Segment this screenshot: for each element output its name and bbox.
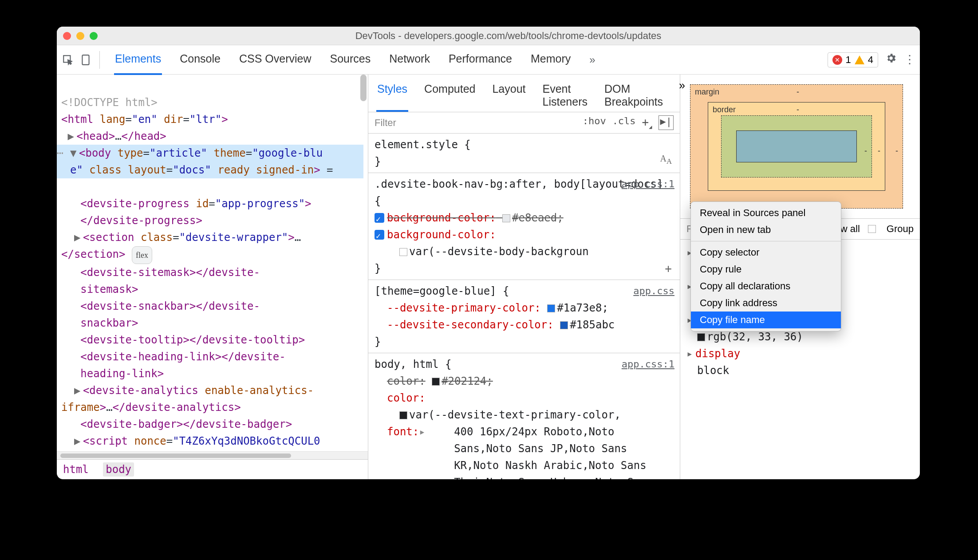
computed-prop[interactable]: ▸displayblock [686,345,914,379]
checkbox-icon[interactable] [375,230,384,240]
scrollbar-thumb[interactable] [360,75,367,101]
crumb-body[interactable]: body [103,462,134,477]
tab-elements[interactable]: Elements [114,44,162,75]
main-tabs: Elements Console CSS Overview Sources Ne… [114,44,572,75]
ctx-copy-declarations[interactable]: Copy all declarations [691,278,841,295]
box-model[interactable]: margin - - - border - - - [680,75,920,218]
group-checkbox[interactable] [868,225,876,233]
device-icon[interactable] [79,53,92,67]
flex-badge[interactable]: flex [132,246,152,264]
ctx-reveal-sources[interactable]: Reveal in Sources panel [691,205,841,221]
tab-styles[interactable]: Styles [376,79,408,112]
error-icon: ✕ [832,55,842,65]
ctx-copy-link[interactable]: Copy link address [691,295,841,312]
warning-icon [855,55,864,64]
rule-element-style[interactable]: element.style { } AA [368,134,680,173]
gear-icon[interactable] [885,52,897,67]
tab-console[interactable]: Console [179,44,221,75]
close-icon[interactable] [63,32,71,40]
rule-body-html[interactable]: app.css:1 body, html { color: #202124; c… [368,353,680,479]
add-property-icon[interactable]: + [665,260,672,277]
tab-sources[interactable]: Sources [329,44,372,75]
styles-rules: element.style { } AA app.css:1 .devsite-… [368,134,680,479]
dom-html[interactable]: <html lang="en" dir="ltr"> [61,113,228,126]
zoom-icon[interactable] [90,32,98,40]
devtools-window: DevTools - developers.google.com/web/too… [57,27,920,479]
error-count: 1 [846,54,851,66]
new-rule-button[interactable]: +◢ [642,115,652,130]
ctx-open-new-tab[interactable]: Open in new tab [691,221,841,238]
issues-badge[interactable]: ✕ 1 4 [828,52,879,67]
context-menu: Reveal in Sources panel Open in new tab … [690,201,841,331]
h-scrollbar[interactable] [57,451,368,459]
titlebar: DevTools - developers.google.com/web/too… [57,27,920,45]
styles-tabs: Styles Computed Layout Event Listeners D… [368,75,680,112]
styles-filter-input[interactable]: Filter [368,117,576,129]
tab-event-listeners[interactable]: Event Listeners [542,79,588,112]
tab-dom-breakpoints[interactable]: DOM Breakpoints [603,79,664,112]
tab-computed[interactable]: Computed [423,79,476,112]
warning-count: 4 [868,54,873,66]
ctx-copy-selector[interactable]: Copy selector [691,244,841,261]
font-icon[interactable]: AA [660,150,672,170]
window-controls [63,32,98,40]
tab-network[interactable]: Network [388,44,431,75]
overflow-tabs-icon[interactable]: » [589,54,595,66]
styles-filter-row: Filter :hov .cls +◢ ▶| [368,112,680,134]
svg-rect-1 [82,55,89,65]
rule-book-nav[interactable]: app.css:1 .devsite-book-nav-bg:after, bo… [368,173,680,280]
breadcrumb: html body [57,459,368,479]
tab-memory[interactable]: Memory [530,44,572,75]
ctx-copy-rule[interactable]: Copy rule [691,261,841,278]
tab-layout[interactable]: Layout [491,79,526,112]
source-link[interactable]: app.css:1 [622,176,674,193]
styles-panel: Styles Computed Layout Event Listeners D… [368,75,680,479]
tab-css-overview[interactable]: CSS Overview [238,44,312,75]
hov-toggle[interactable]: :hov [583,115,606,130]
ctx-copy-file-name[interactable]: Copy file name [691,312,841,328]
rule-theme-blue[interactable]: app.css [theme=google-blue] { --devsite-… [368,280,680,353]
expand-icon[interactable]: ▶ [67,128,76,145]
elements-panel: <!DOCTYPE html> <html lang="en" dir="ltr… [57,75,368,479]
cls-toggle[interactable]: .cls [612,115,636,130]
dom-tree[interactable]: <!DOCTYPE html> <html lang="en" dir="ltr… [57,75,368,451]
checkbox-icon[interactable] [375,213,384,223]
window-title: DevTools - developers.google.com/web/too… [103,30,914,42]
inspect-icon[interactable] [61,53,75,67]
dom-doctype: <!DOCTYPE html> [61,96,158,109]
dom-selected-body[interactable]: ▼<body type="article" theme="google-blu … [57,145,363,178]
main-toolbar: Elements Console CSS Overview Sources Ne… [57,45,920,75]
tab-performance[interactable]: Performance [448,44,513,75]
minimize-icon[interactable] [76,32,84,40]
toggle-sidebar-icon[interactable]: ▶| [659,115,674,130]
kebab-icon[interactable]: ⋮ [904,53,915,67]
crumb-html[interactable]: html [63,463,89,476]
